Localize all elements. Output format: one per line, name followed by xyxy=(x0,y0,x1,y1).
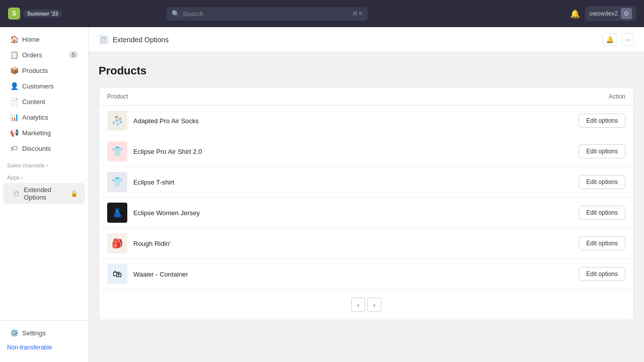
sidebar-item-settings[interactable]: ⚙️ Settings xyxy=(3,325,85,340)
sidebar-item-discounts[interactable]: 🏷 Discounts xyxy=(3,141,85,156)
orders-icon: 📋 xyxy=(10,51,18,59)
marketing-icon: 📢 xyxy=(10,129,18,137)
table-header: Product Action xyxy=(99,88,633,106)
pagination-next-button[interactable]: › xyxy=(367,298,381,312)
product-thumb-0: 🧦 xyxy=(107,111,127,131)
content-area: 📋 Extended Options 🔔 ··· Products Produc… xyxy=(89,27,644,362)
table-row: 🛍 Waaier - Container Edit options xyxy=(99,259,633,290)
user-name: owowdev2 xyxy=(589,10,618,17)
pagination-prev-button[interactable]: ‹ xyxy=(351,298,365,312)
extended-options-icon: 📋 xyxy=(13,190,20,198)
app-more-button[interactable]: ··· xyxy=(621,33,634,46)
edit-options-button-3[interactable]: Edit options xyxy=(579,206,625,220)
sidebar-item-analytics[interactable]: 📊 Analytics xyxy=(3,110,85,125)
product-name-3: Eclipse Women Jersey xyxy=(133,209,579,217)
app-header-title: Extended Options xyxy=(113,36,169,44)
app-header-left: 📋 Extended Options xyxy=(99,35,169,45)
home-icon: 🏠 xyxy=(10,35,18,43)
sidebar: 🏠 Home 📋 Orders 5 📦 Products 👤 Customers… xyxy=(0,27,89,362)
edit-options-button-2[interactable]: Edit options xyxy=(579,175,625,189)
product-name-0: Adapted Pro Air Socks xyxy=(133,117,579,125)
extended-options-label: Extended Options xyxy=(24,186,66,201)
product-thumb-1: 👕 xyxy=(107,141,127,161)
sales-channels-expand-icon: › xyxy=(46,162,48,168)
sidebar-item-products-label: Products xyxy=(22,67,78,74)
pagination: ‹ › xyxy=(99,290,633,320)
app-header-icon: 📋 xyxy=(99,35,109,45)
page-content: Products Product Action 🧦 Adapted Pro Ai… xyxy=(89,52,644,332)
sidebar-item-marketing[interactable]: 📢 Marketing xyxy=(3,125,85,140)
sidebar-item-discounts-label: Discounts xyxy=(22,145,78,152)
sidebar-nav: 🏠 Home 📋 Orders 5 📦 Products 👤 Customers… xyxy=(0,31,88,320)
apps-label: Apps › xyxy=(0,170,88,183)
orders-badge: 5 xyxy=(69,51,78,58)
product-name-5: Waaier - Container xyxy=(133,270,579,278)
user-avatar: O xyxy=(621,8,632,19)
topbar: S Summer '23 🔍 ⌘ K 🔔 owowdev2 O xyxy=(0,0,644,27)
store-badge: Summer '23 xyxy=(23,10,62,18)
settings-icon: ⚙️ xyxy=(10,329,18,337)
edit-options-button-1[interactable]: Edit options xyxy=(579,144,625,158)
customers-icon: 👤 xyxy=(10,82,18,90)
product-name-2: Eclipse T-shirt xyxy=(133,178,579,186)
edit-options-button-0[interactable]: Edit options xyxy=(579,114,625,128)
sidebar-item-home-label: Home xyxy=(22,36,78,43)
app-header: 📋 Extended Options 🔔 ··· xyxy=(89,27,644,52)
app-bell-button[interactable]: 🔔 xyxy=(602,33,617,46)
product-thumb-4: 🎒 xyxy=(107,233,127,253)
sidebar-item-content-label: Content xyxy=(22,98,78,106)
sidebar-item-customers-label: Customers xyxy=(22,82,78,90)
product-thumb-3: 👗 xyxy=(107,203,127,223)
topbar-right: 🔔 owowdev2 O xyxy=(570,6,636,21)
apps-expand-icon: › xyxy=(21,174,23,180)
sidebar-bottom: ⚙️ Settings Non-transferable xyxy=(0,320,88,358)
sidebar-item-analytics-label: Analytics xyxy=(22,114,78,121)
sidebar-item-orders-label: Orders xyxy=(22,51,65,59)
non-transferable-link[interactable]: Non-transferable xyxy=(0,341,88,354)
shopify-logo: S Summer '23 xyxy=(8,8,62,20)
sidebar-item-products[interactable]: 📦 Products xyxy=(3,63,85,78)
products-table: Product Action 🧦 Adapted Pro Air Socks E… xyxy=(99,87,634,320)
products-icon: 📦 xyxy=(10,66,18,74)
main-layout: 🏠 Home 📋 Orders 5 📦 Products 👤 Customers… xyxy=(0,27,644,362)
sidebar-item-home[interactable]: 🏠 Home xyxy=(3,32,85,47)
content-icon: 📄 xyxy=(10,98,18,106)
sidebar-item-content[interactable]: 📄 Content xyxy=(3,94,85,109)
table-row: 👕 Eclipse T-shirt Edit options xyxy=(99,167,633,198)
lock-icon: 🔒 xyxy=(70,190,78,197)
table-row: 👗 Eclipse Women Jersey Edit options xyxy=(99,198,633,228)
search-icon: 🔍 xyxy=(172,10,180,18)
search-shortcut: ⌘ K xyxy=(352,11,363,17)
page-title: Products xyxy=(99,64,634,77)
app-header-right: 🔔 ··· xyxy=(602,33,634,46)
sales-channels-label: Sales channels › xyxy=(0,156,88,170)
product-name-1: Eclipse Pro Air Shirt 2.0 xyxy=(133,148,579,155)
sidebar-item-extended-options[interactable]: 📋 Extended Options 🔒 xyxy=(3,183,85,204)
table-row: 👕 Eclipse Pro Air Shirt 2.0 Edit options xyxy=(99,136,633,167)
search-input[interactable] xyxy=(183,10,349,18)
sidebar-item-customers[interactable]: 👤 Customers xyxy=(3,78,85,94)
discounts-icon: 🏷 xyxy=(10,144,18,152)
table-row: 🎒 Rough Ridin' Edit options xyxy=(99,228,633,259)
sidebar-item-settings-label: Settings xyxy=(22,329,78,337)
search-bar[interactable]: 🔍 ⌘ K xyxy=(167,7,368,21)
edit-options-button-5[interactable]: Edit options xyxy=(579,267,625,281)
product-thumb-5: 🛍 xyxy=(107,264,127,284)
col-product-header: Product xyxy=(107,93,560,100)
sidebar-item-orders[interactable]: 📋 Orders 5 xyxy=(3,47,85,62)
table-row: 🧦 Adapted Pro Air Socks Edit options xyxy=(99,106,633,136)
edit-options-button-4[interactable]: Edit options xyxy=(579,236,625,250)
col-action-header: Action xyxy=(560,93,625,100)
shopify-logo-icon: S xyxy=(8,8,20,20)
bell-icon[interactable]: 🔔 xyxy=(570,9,580,19)
product-thumb-2: 👕 xyxy=(107,172,127,192)
user-pill[interactable]: owowdev2 O xyxy=(585,6,636,21)
sidebar-item-marketing-label: Marketing xyxy=(22,129,78,137)
analytics-icon: 📊 xyxy=(10,113,18,121)
product-name-4: Rough Ridin' xyxy=(133,240,579,247)
